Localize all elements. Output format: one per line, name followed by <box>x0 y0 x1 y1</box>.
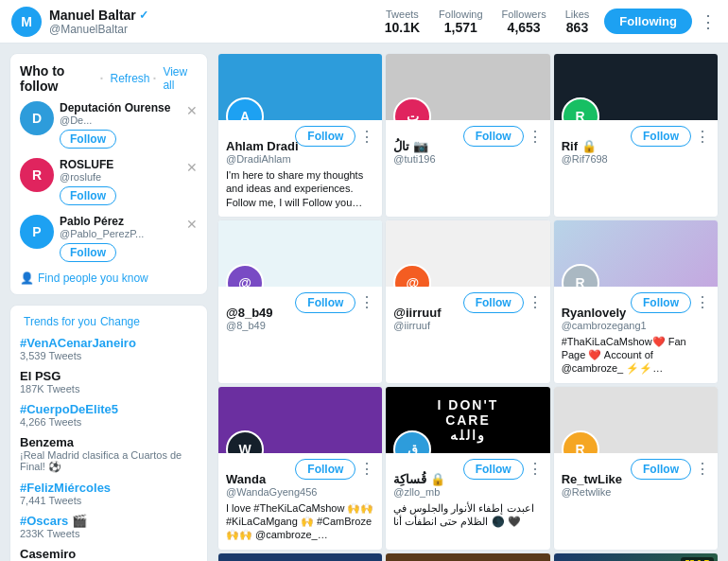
follow-card-button[interactable]: Follow <box>295 126 355 147</box>
close-suggestion-1[interactable]: ✕ <box>186 103 198 118</box>
follow-card-button[interactable]: Follow <box>631 459 691 480</box>
follow-card-button[interactable]: Follow <box>463 459 524 480</box>
user-avatar: M <box>11 7 42 37</box>
trend-count-0: 3,539 Tweets <box>20 350 198 361</box>
follow-button-1[interactable]: Follow <box>60 130 116 149</box>
follow-card-button[interactable]: Follow <box>463 292 524 313</box>
following-stat: Following 1,571 <box>439 9 482 35</box>
card-avatar: R <box>562 430 599 453</box>
card-more-button[interactable]: ⋮ <box>695 293 710 311</box>
follow-card-button[interactable]: Follow <box>631 126 691 147</box>
card-banner: ت <box>386 54 549 120</box>
user-name: Manuel Baltar ✓ <box>49 8 385 23</box>
card-handle: @Retwlike <box>562 486 710 498</box>
trend-count-3: ¡Real Madrid clasifica a Cuartos de Fina… <box>20 449 198 473</box>
card-card4: @ Follow ⋮ @8_b49 @8_b49 <box>217 219 383 384</box>
user-info: Manuel Baltar ✓ @ManuelBaltar <box>49 8 385 36</box>
suggestion-name-2: ROSLUFE <box>60 158 181 171</box>
suggestion-3: P Pablo Pérez @Pablo_PerezP... Follow ✕ <box>20 215 198 262</box>
suggestion-info-3: Pablo Pérez @Pablo_PerezP... Follow <box>60 215 181 262</box>
suggestion-handle-2: @roslufe <box>60 171 181 183</box>
follow-card-button[interactable]: Follow <box>463 126 524 147</box>
card-banner: R <box>554 220 718 287</box>
follow-suggestions-grid: A Follow ⋮ Ahlam Dradi @DradiAhlam I'm h… <box>217 53 719 561</box>
card-more-button[interactable]: ⋮ <box>695 128 710 146</box>
view-all-link[interactable]: View all <box>163 65 198 92</box>
card-banner: W <box>218 387 382 453</box>
card-handle: @tuti196 <box>393 153 542 165</box>
close-suggestion-3[interactable]: ✕ <box>186 217 198 232</box>
find-people-link[interactable]: 👤 Find people you know <box>20 272 198 285</box>
header-stats: Tweets 10.1K Following 1,571 Followers 4… <box>385 9 590 35</box>
card-card12: 55.0 B ل Follow ⋮ لودو ستار @_CCCQ <box>553 552 719 561</box>
card-more-button[interactable]: ⋮ <box>528 460 543 478</box>
close-suggestion-2[interactable]: ✕ <box>186 160 198 175</box>
card-handle: @WandaGyeng456 <box>226 486 374 498</box>
card-actions: Follow ⋮ <box>631 126 710 147</box>
card-avatar: ت <box>393 97 431 120</box>
card-actions: Follow ⋮ <box>631 459 710 480</box>
follow-card-button[interactable]: Follow <box>295 292 355 313</box>
follow-card-button[interactable]: Follow <box>631 292 691 313</box>
card-actions: Follow ⋮ <box>295 459 374 480</box>
trend-name-0[interactable]: #VenACenarJaneiro <box>20 336 198 350</box>
card-avatar: W <box>226 430 264 453</box>
trend-name-1[interactable]: El PSG <box>20 369 198 383</box>
card-banner: A <box>386 553 549 561</box>
trend-item-6: Casemiro 109K Tweets <box>20 547 198 561</box>
suggestion-avatar-1: D <box>20 101 54 135</box>
card-card5: @ Follow ⋮ @iirruuf @iirruuf <box>385 219 550 384</box>
trend-item-0: #VenACenarJaneiro 3,539 Tweets <box>20 336 198 361</box>
card-actions: Follow ⋮ <box>295 126 374 147</box>
card-card8: I DON'T CARE والله ق Follow ⋮ قُساكِة 🔒 … <box>385 386 550 551</box>
card-more-button[interactable]: ⋮ <box>528 293 543 311</box>
refresh-link[interactable]: Refresh <box>110 72 149 85</box>
trend-name-2[interactable]: #CuerpoDeElite5 <box>20 402 198 416</box>
suggestion-info-2: ROSLUFE @roslufe Follow <box>60 158 181 205</box>
trend-item-5: #Oscars 🎬 233K Tweets <box>20 514 198 539</box>
suggestion-handle-1: @De... <box>60 114 181 126</box>
card-more-button[interactable]: ⋮ <box>359 128 374 146</box>
card-avatar: R <box>562 97 599 120</box>
card-avatar: @ <box>393 264 431 287</box>
card-bio: I love #TheKiLaCaMshow 🙌🙌 #KiLaCaMgang 🙌… <box>226 501 374 542</box>
suggestion-avatar-3: P <box>20 215 54 249</box>
card-more-button[interactable]: ⋮ <box>695 460 710 478</box>
likes-stat: Likes 863 <box>565 9 590 35</box>
suggestion-name-1: Deputación Ourense <box>60 101 181 114</box>
card-banner: R <box>554 54 718 120</box>
card-card6: R Follow ⋮ Ryanlovely @cambrozegang1 #Th… <box>553 219 719 384</box>
trends-header: Trends for you Change <box>20 315 198 328</box>
trend-name-3[interactable]: Benzema <box>20 435 198 449</box>
card-bio: I'm here to share my thoughts and ideas … <box>226 168 374 209</box>
change-trends-link[interactable]: Change <box>100 315 140 328</box>
card-card7: W Follow ⋮ Wanda @WandaGyeng456 I love #… <box>217 386 383 551</box>
card-more-button[interactable]: ⋮ <box>528 128 543 146</box>
card-card3: R Follow ⋮ Rif 🔒 @Rif7698 <box>553 53 719 218</box>
follow-card-button[interactable]: Follow <box>295 459 355 480</box>
follow-button-2[interactable]: Follow <box>60 186 116 205</box>
follow-button-3[interactable]: Follow <box>60 243 116 262</box>
card-banner: @ <box>218 220 382 287</box>
trend-name-6[interactable]: Casemiro <box>20 547 198 561</box>
suggestion-handle-3: @Pablo_PerezP... <box>60 228 181 239</box>
card-banner: A <box>218 54 382 120</box>
who-to-follow-header: Who to follow · Refresh · View all <box>20 63 198 94</box>
trend-count-2: 4,266 Tweets <box>20 416 198 428</box>
card-more-button[interactable]: ⋮ <box>359 460 374 478</box>
card-avatar: A <box>226 97 264 120</box>
trend-name-5[interactable]: #Oscars 🎬 <box>20 514 198 528</box>
card-more-button[interactable]: ⋮ <box>359 293 374 311</box>
card-banner: I DON'T CARE والله ق <box>386 387 549 453</box>
who-to-follow-section: Who to follow · Refresh · View all D Dep… <box>9 53 208 295</box>
card-actions: Follow ⋮ <box>463 126 543 147</box>
trend-item-4: #FelizMiércoles 7,441 Tweets <box>20 481 198 506</box>
trend-name-4[interactable]: #FelizMiércoles <box>20 481 198 495</box>
suggestion-name-3: Pablo Pérez <box>60 215 181 228</box>
trend-item-2: #CuerpoDeElite5 4,266 Tweets <box>20 402 198 428</box>
following-button[interactable]: Following <box>604 9 692 34</box>
header-more-button[interactable]: ⋮ <box>700 11 717 32</box>
card-handle: @zllo_mb <box>393 486 542 498</box>
card-card11: A Follow ⋮ A @_XXCEE <box>385 552 550 561</box>
trend-count-5: 233K Tweets <box>20 528 198 539</box>
